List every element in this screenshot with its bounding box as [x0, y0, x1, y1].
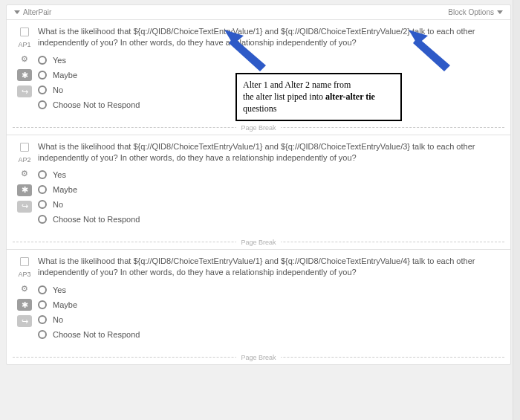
question-select-checkbox[interactable]	[20, 257, 29, 266]
gear-icon[interactable]: ⚙	[17, 53, 32, 65]
question-select-checkbox[interactable]	[20, 28, 29, 36]
choice-row[interactable]: Maybe	[38, 300, 503, 309]
question-text[interactable]: What is the likelihood that ${q://QID8/C…	[38, 141, 503, 164]
choice-label: No	[53, 85, 63, 94]
svg-marker-1	[229, 37, 266, 71]
page-break[interactable]: Page Break	[7, 352, 510, 361]
choice-row[interactable]: No	[38, 200, 503, 209]
choice-label: Choose Not to Respond	[53, 330, 140, 339]
gear-icon[interactable]: ⚙	[17, 282, 32, 294]
star-icon[interactable]: ✱	[17, 299, 32, 311]
chevron-down-icon	[497, 10, 503, 14]
scrollbar[interactable]	[513, 0, 520, 420]
radio-icon	[38, 100, 47, 109]
annotation-arrow-1	[221, 27, 273, 79]
page-break-label: Page Break	[236, 239, 280, 246]
radio-icon	[38, 330, 47, 339]
radio-icon	[38, 200, 47, 209]
choice-label: Maybe	[53, 185, 77, 194]
question: AP3⚙✱↪What is the likelihood that ${q://…	[7, 249, 510, 349]
svg-marker-3	[413, 37, 450, 71]
chevron-down-icon	[14, 10, 20, 14]
radio-icon	[38, 315, 47, 324]
star-icon[interactable]: ✱	[17, 69, 32, 81]
choice-label: Choose Not to Respond	[53, 100, 140, 109]
star-icon[interactable]: ✱	[17, 184, 32, 196]
choice-label: No	[53, 200, 63, 209]
gear-icon[interactable]: ⚙	[17, 168, 32, 180]
question-text[interactable]: What is the likelihood that ${q://QID8/C…	[38, 256, 503, 278]
page-break-label: Page Break	[236, 354, 280, 361]
annotation-arrow-2	[406, 27, 458, 79]
radio-icon	[38, 56, 47, 65]
question-id: AP1	[18, 41, 30, 48]
page-break-label: Page Break	[236, 124, 280, 132]
question-id: AP3	[18, 271, 30, 278]
choice-row[interactable]: Yes	[38, 285, 503, 294]
choice-row[interactable]: Choose Not to Respond	[38, 330, 503, 339]
annotation-callout: Alter 1 and Alter 2 name from the alter …	[235, 73, 402, 121]
block-title: AlterPair	[23, 8, 51, 16]
radio-icon	[38, 170, 47, 179]
radio-icon	[38, 185, 47, 194]
radio-icon	[38, 285, 47, 294]
page-break[interactable]: Page Break	[7, 237, 510, 246]
question: AP2⚙✱↪What is the likelihood that ${q://…	[7, 135, 510, 235]
choice-label: Choose Not to Respond	[53, 215, 140, 224]
block-options-menu[interactable]: Block Options	[448, 8, 503, 16]
page-break[interactable]: Page Break	[7, 123, 510, 132]
radio-icon	[38, 300, 47, 309]
choice-label: Maybe	[53, 71, 77, 80]
choice-row[interactable]: No	[38, 315, 503, 324]
question-id: AP2	[18, 156, 30, 164]
block-options-label: Block Options	[448, 8, 494, 16]
skip-logic-icon[interactable]: ↪	[17, 85, 32, 97]
block-header: AlterPair Block Options	[7, 5, 510, 20]
choice-label: No	[53, 315, 63, 324]
skip-logic-icon[interactable]: ↪	[17, 315, 32, 327]
choice-row[interactable]: Choose Not to Respond	[38, 215, 503, 224]
choice-label: Yes	[53, 170, 66, 179]
skip-logic-icon[interactable]: ↪	[17, 201, 32, 213]
choice-label: Maybe	[53, 300, 77, 309]
choice-label: Yes	[53, 285, 66, 294]
radio-icon	[38, 215, 47, 224]
choice-row[interactable]: Maybe	[38, 185, 503, 194]
choice-row[interactable]: Yes	[38, 170, 503, 179]
choice-label: Yes	[53, 56, 66, 65]
radio-icon	[38, 85, 47, 94]
question-select-checkbox[interactable]	[20, 143, 29, 152]
radio-icon	[38, 71, 47, 80]
block-title-toggle[interactable]: AlterPair	[14, 8, 51, 16]
